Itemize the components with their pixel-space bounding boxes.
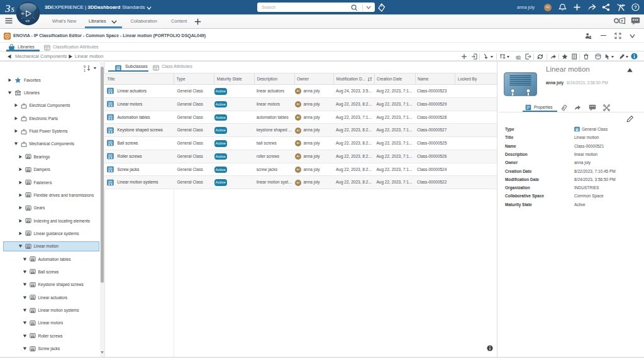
- svg-text:´: ´: [37, 11, 38, 14]
- svg-text:·: ·: [616, 19, 617, 23]
- svg-text:?: ?: [634, 4, 637, 10]
- svg-text:s: s: [11, 4, 15, 14]
- svg-text:V,R: V,R: [26, 19, 30, 23]
- svg-text:1: 1: [84, 68, 86, 72]
- svg-text:ab: ab: [516, 54, 521, 58]
- svg-text:3: 3: [5, 3, 11, 14]
- svg-text:3D: 3D: [21, 12, 25, 15]
